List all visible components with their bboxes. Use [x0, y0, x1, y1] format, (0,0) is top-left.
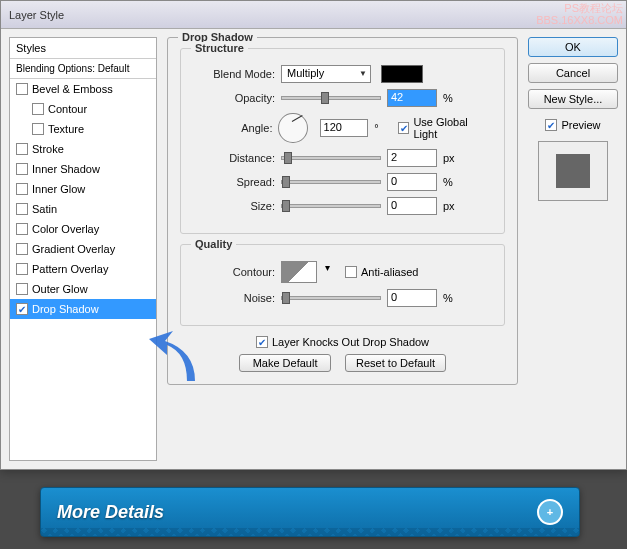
distance-label: Distance:: [193, 152, 275, 164]
banner-text: More Details: [57, 502, 164, 523]
quality-group: Quality Contour: Anti-aliased Noise: 0: [180, 244, 505, 326]
layer-style-dialog: Layer Style Styles Blending Options: Def…: [0, 0, 627, 470]
distance-unit: px: [443, 152, 461, 164]
style-item-label: Inner Glow: [32, 183, 85, 195]
checkbox-icon[interactable]: [16, 303, 28, 315]
size-unit: px: [443, 200, 461, 212]
style-item-texture[interactable]: Texture: [10, 119, 156, 139]
checkbox-icon[interactable]: [16, 83, 28, 95]
preview-box: [538, 141, 608, 201]
angle-input[interactable]: 120: [320, 119, 369, 137]
opacity-slider[interactable]: [281, 96, 381, 100]
noise-unit: %: [443, 292, 461, 304]
anti-aliased-checkbox[interactable]: Anti-aliased: [345, 266, 418, 278]
make-default-button[interactable]: Make Default: [239, 354, 331, 372]
style-item-label: Satin: [32, 203, 57, 215]
structure-group: Structure Blend Mode: Multiply Opacity: …: [180, 48, 505, 234]
style-item-label: Outer Glow: [32, 283, 88, 295]
quality-legend: Quality: [191, 238, 236, 250]
drop-shadow-group: Drop Shadow Structure Blend Mode: Multip…: [167, 37, 518, 385]
blend-mode-label: Blend Mode:: [193, 68, 275, 80]
structure-legend: Structure: [191, 42, 248, 54]
blend-mode-select[interactable]: Multiply: [281, 65, 371, 83]
checkbox-icon[interactable]: [16, 263, 28, 275]
opacity-label: Opacity:: [193, 92, 275, 104]
style-item-color-overlay[interactable]: Color Overlay: [10, 219, 156, 239]
style-item-bevel-emboss[interactable]: Bevel & Emboss: [10, 79, 156, 99]
style-item-satin[interactable]: Satin: [10, 199, 156, 219]
style-item-drop-shadow[interactable]: Drop Shadow: [10, 299, 156, 319]
more-details-banner[interactable]: More Details +: [40, 487, 580, 537]
spread-label: Spread:: [193, 176, 275, 188]
angle-unit: °: [374, 122, 391, 134]
styles-header[interactable]: Styles: [10, 38, 156, 59]
checkbox-icon[interactable]: [16, 283, 28, 295]
preview-swatch: [556, 154, 590, 188]
titlebar[interactable]: Layer Style: [1, 1, 626, 29]
checkbox-icon[interactable]: [16, 203, 28, 215]
check-icon: [545, 119, 557, 131]
style-item-stroke[interactable]: Stroke: [10, 139, 156, 159]
contour-label: Contour:: [193, 266, 275, 278]
style-item-gradient-overlay[interactable]: Gradient Overlay: [10, 239, 156, 259]
opacity-unit: %: [443, 92, 461, 104]
check-icon: [345, 266, 357, 278]
cancel-button[interactable]: Cancel: [528, 63, 618, 83]
style-item-label: Contour: [48, 103, 87, 115]
noise-input[interactable]: 0: [387, 289, 437, 307]
noise-slider[interactable]: [281, 296, 381, 300]
style-item-label: Bevel & Emboss: [32, 83, 113, 95]
spread-slider[interactable]: [281, 180, 381, 184]
checkbox-icon[interactable]: [16, 163, 28, 175]
size-label: Size:: [193, 200, 275, 212]
style-item-label: Pattern Overlay: [32, 263, 108, 275]
checkbox-icon[interactable]: [16, 243, 28, 255]
style-item-label: Gradient Overlay: [32, 243, 115, 255]
checkbox-icon[interactable]: [32, 103, 44, 115]
check-icon: [398, 122, 410, 134]
style-item-label: Texture: [48, 123, 84, 135]
size-slider[interactable]: [281, 204, 381, 208]
checkbox-icon[interactable]: [32, 123, 44, 135]
style-item-label: Inner Shadow: [32, 163, 100, 175]
banner-decoration: [41, 528, 579, 536]
opacity-input[interactable]: 42: [387, 89, 437, 107]
plus-icon[interactable]: +: [537, 499, 563, 525]
ok-button[interactable]: OK: [528, 37, 618, 57]
style-item-inner-glow[interactable]: Inner Glow: [10, 179, 156, 199]
style-item-label: Color Overlay: [32, 223, 99, 235]
checkbox-icon[interactable]: [16, 183, 28, 195]
checkbox-icon[interactable]: [16, 223, 28, 235]
angle-dial[interactable]: [278, 113, 307, 143]
new-style-button[interactable]: New Style...: [528, 89, 618, 109]
styles-panel: Styles Blending Options: Default Bevel &…: [9, 37, 157, 461]
spread-unit: %: [443, 176, 461, 188]
size-input[interactable]: 0: [387, 197, 437, 215]
preview-checkbox[interactable]: Preview: [528, 119, 618, 131]
use-global-light-checkbox[interactable]: Use Global Light: [398, 116, 492, 140]
window-title: Layer Style: [9, 9, 64, 21]
blending-options-default[interactable]: Blending Options: Default: [10, 59, 156, 79]
checkbox-icon[interactable]: [16, 143, 28, 155]
distance-slider[interactable]: [281, 156, 381, 160]
effect-settings: Drop Shadow Structure Blend Mode: Multip…: [167, 37, 518, 461]
style-item-label: Stroke: [32, 143, 64, 155]
knocks-out-checkbox[interactable]: Layer Knocks Out Drop Shadow: [256, 336, 429, 348]
dialog-buttons: OK Cancel New Style... Preview: [528, 37, 618, 461]
shadow-color-swatch[interactable]: [381, 65, 423, 83]
spread-input[interactable]: 0: [387, 173, 437, 191]
angle-label: Angle:: [193, 122, 272, 134]
noise-label: Noise:: [193, 292, 275, 304]
style-item-label: Drop Shadow: [32, 303, 99, 315]
check-icon: [256, 336, 268, 348]
contour-picker[interactable]: [281, 261, 317, 283]
style-item-outer-glow[interactable]: Outer Glow: [10, 279, 156, 299]
distance-input[interactable]: 2: [387, 149, 437, 167]
style-item-pattern-overlay[interactable]: Pattern Overlay: [10, 259, 156, 279]
watermark: PS教程论坛 BBS.16XX8.COM: [536, 2, 623, 26]
style-item-contour[interactable]: Contour: [10, 99, 156, 119]
style-item-inner-shadow[interactable]: Inner Shadow: [10, 159, 156, 179]
reset-default-button[interactable]: Reset to Default: [345, 354, 446, 372]
